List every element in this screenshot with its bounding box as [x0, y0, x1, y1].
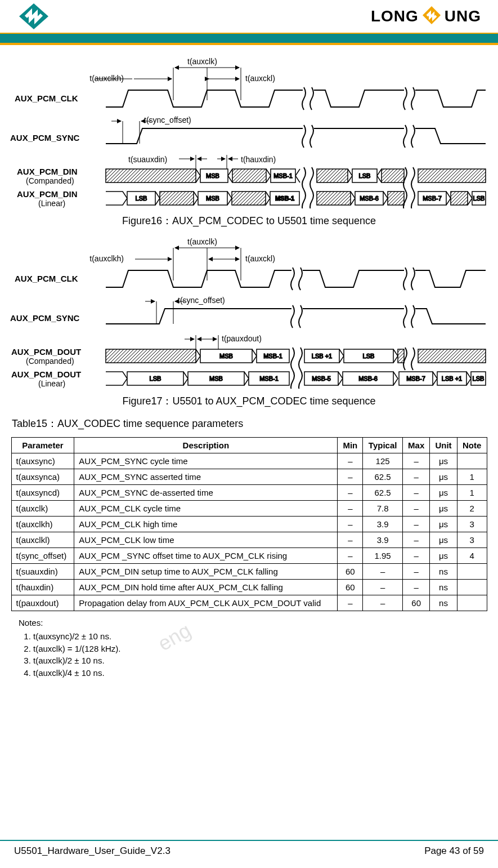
- brand-text-right: UNG: [445, 7, 481, 25]
- cell-max: –: [403, 517, 430, 532]
- table-row: t(auxsync)AUX_PCM_SYNC cycle time–125–μs: [11, 453, 487, 469]
- table-header-row: Parameter Description Min Typical Max Un…: [11, 438, 487, 453]
- cell-max: –: [403, 501, 430, 517]
- signal-din-l-sub: (Linear): [38, 199, 65, 208]
- header-top: LONG UNG: [0, 0, 498, 33]
- cell-typ: 3.9: [363, 517, 403, 532]
- signal-din-c: AUX_PCM_DIN: [17, 167, 78, 176]
- th-param: Parameter: [11, 438, 74, 453]
- label-tauxclkh2: t(auxclkh): [89, 254, 124, 263]
- svg-rect-71: [398, 349, 404, 363]
- svg-text:MSB-5: MSB-5: [312, 375, 331, 382]
- svg-text:LSB: LSB: [358, 172, 370, 179]
- svg-rect-20: [106, 169, 196, 182]
- cell-min: –: [338, 469, 363, 485]
- cell-desc: AUX_PCM_CLK cycle time: [74, 501, 338, 517]
- cell-desc: Propagation delay from AUX_PCM_CLK AUX_P…: [74, 595, 338, 611]
- cell-unit: μs: [430, 501, 457, 517]
- signal-dout-c: AUX_PCM_DOUT: [11, 347, 81, 357]
- svg-text:MSB-7: MSB-7: [406, 375, 425, 382]
- note-item: t(auxclk) = 1/(128 kHz).: [33, 643, 490, 655]
- cell-min: –: [338, 501, 363, 517]
- table-row: t(auxsynca)AUX_PCM_SYNC asserted time–62…: [11, 469, 487, 485]
- cell-param: t(auxsynca): [11, 469, 74, 485]
- signal-dout-l: AUX_PCM_DOUT: [11, 370, 81, 379]
- cell-min: –: [338, 595, 363, 611]
- cell-min: –: [338, 548, 363, 564]
- cell-max: –: [403, 532, 430, 548]
- svg-text:LSB +1: LSB +1: [441, 375, 461, 382]
- signal-dout-l-sub: (Linear): [38, 379, 65, 388]
- cell-typ: –: [363, 595, 403, 611]
- svg-text:MSB-7: MSB-7: [423, 195, 442, 202]
- th-note: Note: [457, 438, 487, 453]
- svg-text:MSB: MSB: [206, 172, 219, 179]
- svg-rect-39: [317, 192, 351, 205]
- label-sync-offset: t(sync_offset): [144, 115, 191, 124]
- cell-desc: AUX_PCM_CLK low time: [74, 532, 338, 548]
- svg-rect-33: [160, 192, 194, 205]
- figure16-caption: Figure16：AUX_PCM_CODEC to U5501 time seq…: [8, 214, 490, 228]
- notes-title: Notes:: [19, 617, 490, 629]
- table-row: t(sync_offset)AUX_PCM _SYNC offset time …: [11, 548, 487, 564]
- cell-max: –: [403, 580, 430, 595]
- note-item: t(auxclk)/4 ± 10 ns.: [33, 667, 490, 679]
- svg-text:MSB-6: MSB-6: [360, 195, 379, 202]
- cell-desc: AUX_PCM_SYNC cycle time: [74, 453, 338, 469]
- svg-rect-29: [382, 169, 404, 182]
- cell-note: 2: [457, 501, 487, 517]
- cell-typ: –: [363, 564, 403, 580]
- cell-typ: 1.95: [363, 548, 403, 564]
- label-tauxckl2: t(auxckl): [245, 254, 275, 263]
- signal-clk: AUX_PCM_CLK: [15, 94, 78, 103]
- logo-diamond-icon: [17, 2, 51, 30]
- table-row: t(auxclkl)AUX_PCM_CLK low time–3.9–μs3: [11, 532, 487, 548]
- table-row: t(pauxdout)Propagation delay from AUX_PC…: [11, 595, 487, 611]
- cell-min: 60: [338, 564, 363, 580]
- cell-desc: AUX_PCM_CLK high time: [74, 517, 338, 532]
- cell-desc: AUX_PCM_DIN setup time to AUX_PCM_CLK fa…: [74, 564, 338, 580]
- th-unit: Unit: [430, 438, 457, 453]
- page-footer: U5501_Hardware_User_Guide_V2.3 Page 43 o…: [0, 840, 498, 857]
- brand-logo: LONG UNG: [371, 6, 481, 27]
- svg-text:MSB-1: MSB-1: [263, 353, 282, 359]
- label-tauxclk2: t(auxclk): [187, 237, 217, 246]
- cell-note: 3: [457, 532, 487, 548]
- label-pauxdout: t(pauxdout): [222, 334, 262, 343]
- cell-param: t(suauxdin): [11, 564, 74, 580]
- params-table: Parameter Description Min Typical Max Un…: [11, 437, 487, 611]
- svg-rect-26: [317, 169, 348, 182]
- svg-rect-30: [418, 169, 486, 182]
- svg-text:LSB: LSB: [472, 375, 484, 382]
- cell-typ: 3.9: [363, 532, 403, 548]
- header-color-bar: [0, 33, 498, 45]
- cell-max: –: [403, 453, 430, 469]
- signal-sync2: AUX_PCM_SYNC: [10, 313, 80, 323]
- cell-max: 60: [403, 595, 430, 611]
- footer-page: Page 43 of 59: [424, 845, 484, 857]
- cell-unit: μs: [430, 453, 457, 469]
- th-desc: Description: [74, 438, 338, 453]
- brand-text-left: LONG: [371, 7, 419, 25]
- th-max: Max: [403, 438, 430, 453]
- cell-note: [457, 580, 487, 595]
- cell-min: –: [338, 517, 363, 532]
- svg-rect-62: [106, 349, 196, 363]
- cell-typ: 125: [363, 453, 403, 469]
- signal-din-c-sub: (Companded): [26, 176, 74, 185]
- svg-text:MSB-1: MSB-1: [259, 375, 279, 382]
- label-tauxclk: t(auxclk): [187, 57, 217, 66]
- cell-unit: μs: [430, 548, 457, 564]
- figure17-caption: Figure17：U5501 to AUX_PCM_CODEC time seq…: [8, 394, 490, 408]
- svg-text:MSB: MSB: [219, 353, 233, 359]
- svg-rect-42: [388, 192, 404, 205]
- cell-param: t(sync_offset): [11, 548, 74, 564]
- svg-rect-45: [451, 192, 468, 205]
- cell-typ: 7.8: [363, 501, 403, 517]
- cell-note: 4: [457, 548, 487, 564]
- cell-desc: AUX_PCM _SYNC offset time to AUX_PCM_CLK…: [74, 548, 338, 564]
- label-tauxckl: t(auxckl): [245, 74, 275, 83]
- cell-unit: μs: [430, 532, 457, 548]
- svg-text:LSB: LSB: [135, 195, 147, 202]
- cell-param: t(auxsync): [11, 453, 74, 469]
